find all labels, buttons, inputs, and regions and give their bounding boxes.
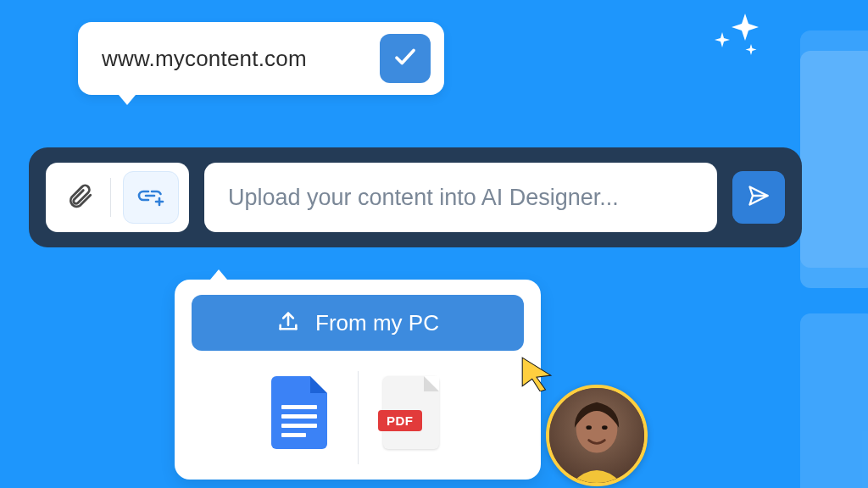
from-my-pc-label: From my PC	[315, 310, 439, 336]
attachment-group	[46, 163, 189, 232]
decorative-panel	[800, 313, 868, 488]
send-icon	[747, 184, 771, 211]
pdf-icon: PDF	[383, 376, 439, 449]
divider	[110, 178, 111, 217]
link-plus-icon	[134, 183, 168, 212]
divider	[358, 371, 359, 464]
decorative-panel	[800, 51, 868, 288]
prompt-bar: Upload your content into AI Designer...	[29, 147, 802, 247]
url-input-bubble: www.mycontent.com	[78, 22, 444, 95]
avatar	[546, 385, 648, 486]
upload-source-popover: From my PC PDF	[175, 280, 541, 480]
add-link-button[interactable]	[123, 171, 179, 224]
url-text[interactable]: www.mycontent.com	[102, 46, 364, 72]
from-my-pc-button[interactable]: From my PC	[192, 295, 524, 351]
svg-point-4	[586, 425, 592, 430]
prompt-placeholder: Upload your content into AI Designer...	[228, 185, 619, 211]
attach-file-button[interactable]	[61, 179, 98, 216]
paperclip-icon	[65, 179, 94, 216]
prompt-input[interactable]: Upload your content into AI Designer...	[204, 163, 717, 232]
send-button[interactable]	[732, 171, 785, 224]
check-icon	[392, 44, 418, 73]
doc-icon	[271, 376, 327, 449]
google-doc-file-button[interactable]	[271, 376, 332, 454]
sparkle-icon	[707, 8, 766, 68]
confirm-url-button[interactable]	[380, 34, 431, 83]
pdf-file-button[interactable]: PDF	[383, 376, 444, 454]
pdf-badge: PDF	[378, 410, 422, 431]
upload-icon	[276, 309, 300, 336]
svg-point-5	[602, 425, 608, 430]
file-type-row: PDF	[192, 376, 524, 454]
